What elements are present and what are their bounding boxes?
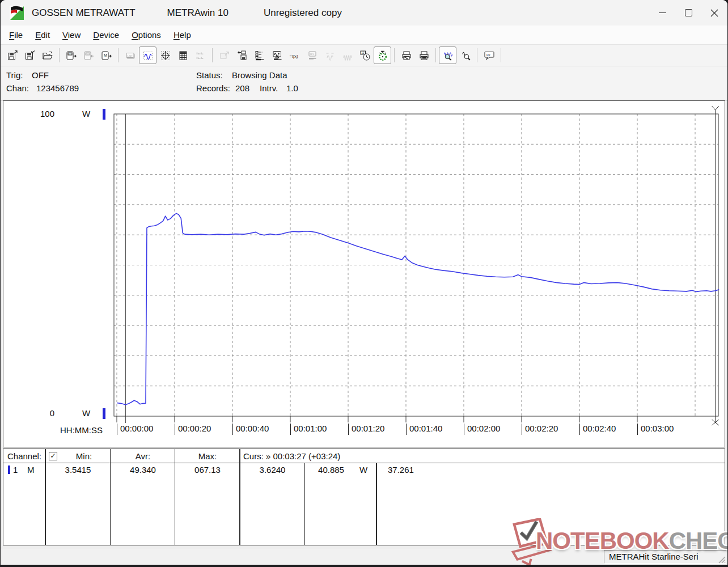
interval-value: 1.0 [286, 83, 298, 93]
digital-display-view-icon: 1257 [125, 50, 136, 61]
x-tick-label: 00:02:40 [579, 424, 616, 435]
formula-fx-button[interactable]: =f(x) [286, 46, 303, 64]
device-read-out-button[interactable]: 321 [62, 46, 80, 64]
y-axis-bottom-marker [103, 408, 105, 419]
table-column-divider [175, 449, 175, 545]
power-chart-svg [3, 101, 725, 447]
device-read-in-button: 321 [80, 46, 98, 64]
curve-chart-view-icon [142, 50, 154, 61]
save-export-button[interactable] [3, 46, 21, 64]
save-import-button[interactable] [21, 46, 39, 64]
svg-text:12: 12 [361, 52, 365, 54]
status-value: Browsing Data [232, 70, 287, 80]
maximize-button[interactable] [675, 0, 701, 26]
x-tick-label: 00:01:00 [290, 424, 327, 435]
chan-label: Chan: [6, 83, 29, 93]
export-data-icon [219, 50, 230, 61]
wave-dense-icon [342, 50, 353, 61]
device-name-field: METRAHit Starline-Seri [604, 550, 726, 564]
power-curve [117, 213, 719, 404]
svg-text:1/2: 1/2 [486, 53, 490, 56]
toolbar-separator [477, 48, 477, 62]
toolbar-separator [501, 48, 501, 62]
menu-bar: FileEditViewDeviceOptionsHelp [1, 26, 727, 45]
y-axis-max-label: 100 [36, 109, 54, 119]
open-folder-icon [42, 50, 53, 61]
header-min: Min: [58, 451, 110, 462]
channel-number: 1 [13, 465, 18, 475]
zoom-out-curve-button[interactable] [456, 46, 474, 64]
value-cursor1: 3.6240 [240, 465, 304, 475]
value-min: 3.5415 [46, 465, 110, 475]
trigger-timer-button[interactable] [374, 46, 391, 64]
save-import-icon [24, 50, 36, 61]
interval-clock-button[interactable]: 12 [356, 46, 374, 64]
value-cursor2-unit: W [359, 465, 367, 475]
toolbar-separator [118, 48, 118, 62]
x-tick-label: 00:02:00 [464, 424, 500, 435]
annotation-values-button[interactable]: 1/2 [480, 46, 498, 64]
store-to-device-button[interactable] [233, 46, 251, 64]
device-memory-out-button[interactable]: M [98, 46, 115, 64]
toolbar: 321321M1257=f(x)321121/2 [1, 45, 727, 66]
header-avr: Avr: [111, 451, 175, 462]
histogram-view-button [192, 46, 209, 64]
table-column-divider [304, 463, 305, 545]
x-tick-label: 00:00:40 [232, 424, 269, 435]
x-tick-label: 00:01:20 [348, 424, 384, 435]
channel-config-button[interactable] [251, 46, 268, 64]
print-preview-button[interactable] [397, 46, 415, 64]
gossen-metrawatt-logo-icon [10, 6, 24, 20]
header-max: Max: [176, 451, 239, 462]
header-channel: Channel: [7, 451, 41, 462]
y-axis-unit-bottom: W [82, 408, 90, 418]
svg-text:M: M [104, 53, 107, 57]
store-to-device-icon [236, 50, 248, 61]
close-button[interactable] [701, 0, 727, 26]
menu-edit[interactable]: Edit [29, 27, 56, 43]
toolbar-separator [435, 48, 436, 62]
minimize-icon [659, 12, 666, 14]
zoom-in-curve-button[interactable] [439, 46, 456, 64]
open-folder-button[interactable] [39, 46, 56, 64]
min-max-checkbox[interactable]: ✓ [49, 452, 57, 460]
cursor-2-top-marker[interactable] [712, 106, 719, 114]
table-view-button[interactable] [174, 46, 192, 64]
measurement-table: Channel: ✓ Min: Avr: Max: Curs: » 00:03:… [3, 448, 725, 545]
menu-help[interactable]: Help [167, 27, 197, 43]
x-axis-format-caption: HH:MM:SS [60, 425, 103, 435]
export-data-button [215, 46, 233, 64]
menu-options[interactable]: Options [125, 27, 167, 43]
maximize-icon [685, 9, 692, 16]
scope-view-icon [160, 50, 171, 61]
annotation-values-icon: 1/2 [483, 50, 496, 61]
menu-file[interactable]: File [3, 27, 29, 43]
menu-device[interactable]: Device [87, 27, 125, 43]
value-avr: 49.340 [111, 465, 175, 475]
header-cursor-readout: Curs: » 00:03:27 (+03:24) [243, 451, 340, 462]
svg-text:321: 321 [310, 53, 314, 56]
x-tick-label: 00:00:00 [117, 424, 153, 435]
save-export-icon [7, 50, 18, 61]
monitor-setup-button[interactable] [268, 46, 286, 64]
channel-mode: M [27, 465, 35, 475]
svg-text:1257: 1257 [127, 54, 133, 57]
resize-grip[interactable] [717, 555, 726, 564]
print-button[interactable] [415, 46, 433, 64]
table-column-divider [376, 463, 377, 545]
trigger-timer-icon [377, 50, 388, 61]
x-tick-label: 00:00:20 [175, 424, 211, 435]
info-panel: Trig: OFF Chan: 123456789 Status: Browsi… [1, 66, 727, 101]
value-cursor2: 40.885 [306, 465, 357, 475]
scope-view-button[interactable] [156, 46, 174, 64]
toolbar-separator [212, 48, 213, 62]
print-preview-icon [401, 50, 412, 61]
menu-view[interactable]: View [56, 27, 87, 43]
toolbar-separator [394, 48, 395, 62]
records-value: 208 [235, 83, 249, 93]
wave-single-icon [324, 50, 336, 61]
value-max: 067.13 [176, 465, 239, 475]
minimize-button[interactable] [649, 0, 675, 26]
chan-value: 123456789 [36, 83, 79, 93]
curve-chart-view-button[interactable] [139, 46, 156, 64]
